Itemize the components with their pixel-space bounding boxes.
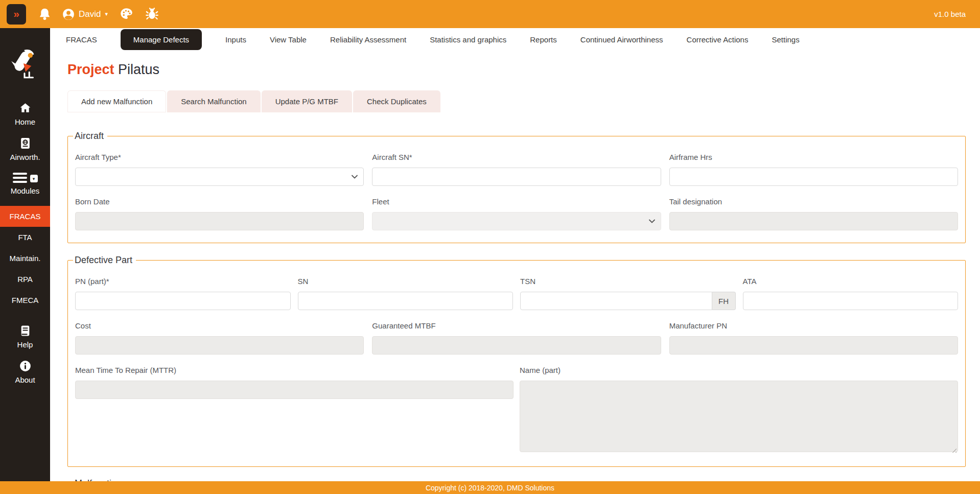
field-label: Aircraft SN* (372, 153, 661, 161)
tab-check-duplicates[interactable]: Check Duplicates (353, 90, 440, 112)
palette-icon[interactable] (120, 7, 133, 21)
field-label: Manufacturer PN (669, 321, 958, 330)
field-label: PN (part)* (75, 277, 291, 286)
field-guaranteed-mtbf: Guaranteed MTBF (372, 321, 661, 355)
menu-icon (13, 172, 27, 183)
field-sn: SN (298, 277, 514, 310)
sidebar-item-modules[interactable]: ▾ Modules (0, 172, 50, 195)
field-aircraft-sn: Aircraft SN* (372, 153, 661, 186)
info-icon (19, 360, 32, 372)
pn-part-input[interactable] (75, 292, 291, 310)
nav-item-view-table[interactable]: View Table (270, 35, 307, 44)
sidebar-item-home[interactable]: Home (0, 102, 50, 126)
field-label: ATA (743, 277, 959, 286)
sidebar-item-about[interactable]: About (0, 360, 50, 384)
sidebar-item-help[interactable]: Help (0, 324, 50, 349)
tab-add-new-malfunction[interactable]: Add new Malfunction (67, 90, 166, 112)
sidebar-item-label: Airworth. (10, 153, 40, 161)
field-name-part: Name (part) (520, 366, 958, 454)
fleet-select (372, 212, 661, 230)
aircraft-sn-input[interactable] (372, 168, 661, 186)
page-title-accent: Project (67, 62, 114, 77)
tail-designation-input (669, 212, 958, 230)
aircraft-legend: Aircraft (73, 131, 107, 142)
field-ata: ATA (743, 277, 959, 310)
nav-item-settings[interactable]: Settings (772, 35, 799, 44)
field-label: SN (298, 277, 514, 286)
born-date-input (75, 212, 364, 230)
nav-item-corrective-actions[interactable]: Corrective Actions (687, 35, 749, 44)
sidebar-module-rpa[interactable]: RPA (0, 269, 50, 290)
field-label: Aircraft Type* (75, 153, 364, 161)
topbar: » David ▾ v1.0 beta (0, 0, 980, 28)
nav-item-reports[interactable]: Reports (530, 35, 557, 44)
page-title: Project Pilatus (67, 62, 980, 78)
book-icon (19, 324, 32, 337)
user-name: David (79, 9, 101, 19)
sidebar-module-fmeca[interactable]: FMECA (0, 290, 50, 311)
defective-part-fieldset: Defective Part PN (part)* SN TSN FH ATA (67, 255, 966, 467)
cost-input (75, 336, 364, 355)
sidebar-module-fta[interactable]: FTA (0, 227, 50, 248)
sidebar-module-fracas[interactable]: FRACAS (0, 206, 50, 227)
guaranteed-mtbf-input (372, 336, 661, 355)
chevron-down-icon: ▾ (105, 11, 108, 17)
module-nav: FRACAS Manage Defects Inputs View Table … (50, 28, 980, 51)
manufacturer-pn-input (669, 336, 958, 355)
malfunction-tabs: Add new Malfunction Search Malfunction U… (67, 90, 440, 112)
user-avatar-icon (62, 8, 75, 21)
field-tsn: TSN FH (520, 277, 736, 310)
field-tail-designation: Tail designation (669, 197, 958, 230)
sidebar-item-label: Modules (11, 186, 40, 195)
name-part-textarea (520, 381, 958, 452)
passport-icon (19, 137, 32, 150)
robin-bird-logo (8, 49, 42, 79)
field-label: Mean Time To Repair (MTTR) (75, 366, 514, 374)
field-label: Airframe Hrs (669, 153, 958, 161)
sidebar-module-maintain[interactable]: Maintain. (0, 248, 50, 269)
sn-input[interactable] (298, 292, 514, 310)
field-label: Fleet (372, 197, 661, 206)
nav-item-continued-airworthiness[interactable]: Continued Airworthiness (580, 35, 663, 44)
nav-item-fracas[interactable]: FRACAS (66, 35, 97, 44)
nav-item-statistics-and-graphics[interactable]: Statistics and graphics (430, 35, 506, 44)
sidebar-collapse-button[interactable]: » (7, 4, 26, 25)
field-cost: Cost (75, 321, 364, 355)
tsn-input[interactable] (520, 292, 712, 310)
modules-list: FRACAS FTA Maintain. RPA FMECA (0, 206, 50, 311)
field-born-date: Born Date (75, 197, 364, 230)
bell-icon[interactable] (38, 7, 52, 21)
sidebar-item-airworthiness[interactable]: Airworth. (0, 137, 50, 161)
defective-part-legend: Defective Part (73, 255, 136, 266)
airframe-hrs-input[interactable] (669, 168, 958, 186)
aircraft-fieldset: Aircraft Aircraft Type* Aircraft SN* Air… (67, 131, 966, 243)
field-label: Cost (75, 321, 364, 330)
ata-input[interactable] (743, 292, 959, 310)
modules-expand-icon[interactable]: ▾ (30, 175, 38, 182)
user-menu[interactable]: David ▾ (62, 8, 108, 21)
field-pn-part: PN (part)* (75, 277, 291, 310)
field-airframe-hrs: Airframe Hrs (669, 153, 958, 186)
double-chevron-right-icon: » (13, 8, 19, 19)
sidebar-item-label: About (15, 375, 35, 384)
nav-item-reliability-assessment[interactable]: Reliability Assessment (330, 35, 406, 44)
field-label: Tail designation (669, 197, 958, 206)
field-mttr: Mean Time To Repair (MTTR) (75, 366, 514, 454)
home-icon (19, 102, 32, 114)
sidebar-item-label: Help (17, 340, 33, 349)
nav-item-inputs[interactable]: Inputs (225, 35, 246, 44)
page-title-project-name: Pilatus (118, 62, 159, 77)
field-label: Guaranteed MTBF (372, 321, 661, 330)
tab-update-pg-mtbf[interactable]: Update P/G MTBF (262, 90, 352, 112)
nav-item-manage-defects[interactable]: Manage Defects (121, 29, 202, 50)
copyright-text: Copyright (c) 2018-2020, DMD Solutions (426, 484, 554, 492)
tab-search-malfunction[interactable]: Search Malfunction (167, 90, 260, 112)
field-label: Born Date (75, 197, 364, 206)
version-label: v1.0 beta (934, 10, 966, 18)
bug-icon[interactable] (145, 7, 159, 21)
tsn-unit-addon: FH (712, 292, 736, 310)
aircraft-type-select[interactable] (75, 168, 364, 186)
main-content: FRACAS Manage Defects Inputs View Table … (50, 0, 980, 494)
field-manufacturer-pn: Manufacturer PN (669, 321, 958, 355)
footer: Copyright (c) 2018-2020, DMD Solutions (0, 481, 980, 494)
